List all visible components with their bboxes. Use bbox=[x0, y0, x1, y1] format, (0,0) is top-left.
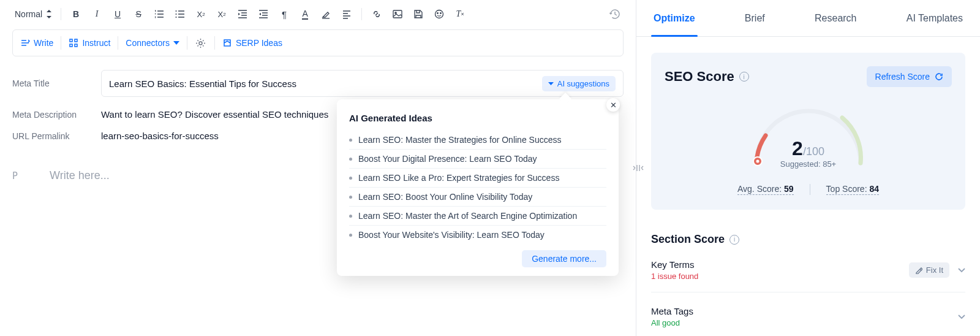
chevron-down-icon[interactable] bbox=[958, 268, 965, 273]
seo-score-card: SEO Score i Refresh Score 2/100 bbox=[651, 53, 965, 210]
bullet-icon bbox=[349, 234, 352, 237]
highlight-icon[interactable] bbox=[320, 8, 332, 20]
svg-rect-11 bbox=[75, 44, 77, 47]
seo-score-denom: /100 bbox=[803, 145, 824, 158]
indent-decrease-icon[interactable] bbox=[236, 8, 249, 20]
indent-increase-icon[interactable] bbox=[257, 8, 270, 20]
tab-ai-templates[interactable]: AI Templates bbox=[907, 0, 963, 36]
generate-more-button[interactable]: Generate more... bbox=[522, 250, 606, 267]
svg-rect-8 bbox=[70, 39, 72, 42]
idea-item[interactable]: Boost Your Website's Visibility: Learn S… bbox=[349, 226, 606, 244]
block-style-label: Normal bbox=[15, 9, 42, 19]
block-tag-indicator: P bbox=[12, 170, 18, 181]
write-button[interactable]: Write bbox=[20, 38, 53, 48]
separator bbox=[214, 36, 215, 50]
editor-placeholder: Write here... bbox=[50, 169, 110, 182]
image-icon[interactable] bbox=[391, 8, 404, 20]
meta-title-field[interactable]: Learn SEO Basics: Essential Tips for Suc… bbox=[101, 70, 624, 97]
tab-brief[interactable]: Brief bbox=[745, 0, 765, 36]
bold-icon[interactable]: B bbox=[70, 8, 82, 20]
svg-point-12 bbox=[199, 42, 202, 45]
section-meta-tags: Meta Tags All good bbox=[651, 306, 965, 336]
idea-item[interactable]: Learn SEO: Master the Strategies for Onl… bbox=[349, 131, 606, 150]
editor-pane: Normal B I U S X2 X2 ¶ A bbox=[0, 0, 636, 336]
seo-score-value: 2 bbox=[792, 137, 803, 159]
separator bbox=[61, 36, 61, 50]
strikethrough-icon[interactable]: S bbox=[132, 8, 145, 20]
superscript-icon[interactable]: X2 bbox=[216, 8, 228, 20]
seo-score-title: SEO Score i bbox=[665, 69, 749, 85]
svg-point-2 bbox=[176, 17, 177, 18]
panel-tabs: Optimize Brief Research AI Templates bbox=[636, 0, 980, 37]
ai-suggestions-button[interactable]: AI suggestions bbox=[542, 76, 616, 91]
svg-point-7 bbox=[440, 13, 442, 14]
separator bbox=[118, 36, 118, 50]
save-icon[interactable] bbox=[412, 8, 424, 20]
instruct-button[interactable]: Instruct bbox=[69, 38, 110, 48]
pane-resize-handle[interactable] bbox=[633, 164, 644, 172]
svg-point-0 bbox=[176, 10, 177, 12]
svg-rect-3 bbox=[393, 10, 402, 18]
ai-toolbar: Write Instruct Connectors SERP Ideas bbox=[12, 29, 624, 56]
score-stats: Avg. Score: 59 Top Score: 84 bbox=[665, 184, 952, 195]
editor-format-toolbar: Normal B I U S X2 X2 ¶ A bbox=[12, 0, 624, 28]
meta-title-label: Meta Title bbox=[12, 78, 101, 88]
chevron-down-icon[interactable] bbox=[958, 315, 965, 319]
popover-title: AI Generated Ideas bbox=[349, 113, 606, 123]
gear-icon[interactable] bbox=[195, 37, 207, 49]
italic-icon[interactable]: I bbox=[91, 8, 103, 20]
separator bbox=[61, 8, 61, 20]
link-icon[interactable] bbox=[371, 8, 383, 20]
block-style-select[interactable]: Normal bbox=[15, 9, 52, 19]
svg-point-4 bbox=[395, 12, 396, 13]
refresh-score-button[interactable]: Refresh Score bbox=[867, 66, 952, 87]
connectors-button[interactable]: Connectors bbox=[126, 38, 179, 48]
align-icon[interactable] bbox=[341, 8, 353, 20]
section-score-title: Section Score i bbox=[651, 233, 965, 246]
text-color-icon[interactable]: A bbox=[299, 8, 311, 20]
ordered-list-icon[interactable] bbox=[153, 8, 165, 20]
idea-item[interactable]: Learn SEO: Boost Your Online Visibility … bbox=[349, 188, 606, 207]
generate-more-row: Generate more... bbox=[349, 250, 606, 267]
key-terms-status: 1 issue found bbox=[651, 272, 698, 281]
bullet-icon bbox=[349, 139, 352, 142]
meta-tags-status: All good bbox=[651, 318, 693, 327]
tab-research[interactable]: Research bbox=[815, 0, 856, 36]
tab-optimize[interactable]: Optimize bbox=[654, 0, 695, 36]
idea-list: Learn SEO: Master the Strategies for Onl… bbox=[349, 131, 606, 244]
bullet-icon bbox=[349, 158, 352, 161]
close-icon[interactable]: ✕ bbox=[606, 98, 620, 112]
key-terms-label: Key Terms bbox=[651, 259, 698, 270]
separator bbox=[361, 8, 362, 20]
idea-item[interactable]: Boost Your Digital Presence: Learn SEO T… bbox=[349, 150, 606, 169]
meta-tags-label: Meta Tags bbox=[651, 306, 693, 316]
fix-it-button[interactable]: Fix It bbox=[909, 262, 949, 278]
bullet-icon bbox=[349, 196, 352, 199]
info-icon[interactable]: i bbox=[739, 72, 749, 82]
separator bbox=[810, 184, 810, 195]
emoji-icon[interactable] bbox=[433, 8, 445, 20]
seo-gauge: 2/100 Suggested: 85+ bbox=[665, 102, 952, 169]
paragraph-icon[interactable]: ¶ bbox=[278, 8, 290, 20]
serp-ideas-button[interactable]: SERP Ideas bbox=[222, 38, 282, 48]
idea-item[interactable]: Learn SEO Like a Pro: Expert Strategies … bbox=[349, 169, 606, 188]
clear-format-icon[interactable]: T× bbox=[454, 8, 466, 20]
meta-description-label: Meta Description bbox=[12, 110, 101, 120]
updown-icon bbox=[46, 10, 52, 18]
history-icon[interactable] bbox=[609, 8, 621, 20]
write-label: Write bbox=[34, 38, 53, 48]
unordered-list-icon[interactable] bbox=[174, 8, 186, 20]
info-icon[interactable]: i bbox=[729, 235, 739, 245]
avg-score-stat: Avg. Score: 59 bbox=[737, 184, 794, 195]
instruct-label: Instruct bbox=[82, 38, 110, 48]
seo-suggested: Suggested: 85+ bbox=[744, 159, 873, 169]
bullet-icon bbox=[349, 177, 352, 180]
ai-suggestions-label: AI suggestions bbox=[557, 79, 609, 88]
url-permalink-label: URL Permalink bbox=[12, 131, 101, 141]
connectors-label: Connectors bbox=[126, 38, 170, 48]
subscript-icon[interactable]: X2 bbox=[195, 8, 207, 20]
underline-icon[interactable]: U bbox=[111, 8, 124, 20]
idea-item[interactable]: Learn SEO: Master the Art of Search Engi… bbox=[349, 207, 606, 226]
top-score-stat: Top Score: 84 bbox=[826, 184, 879, 195]
seo-panel: Optimize Brief Research AI Templates SEO… bbox=[636, 0, 980, 336]
